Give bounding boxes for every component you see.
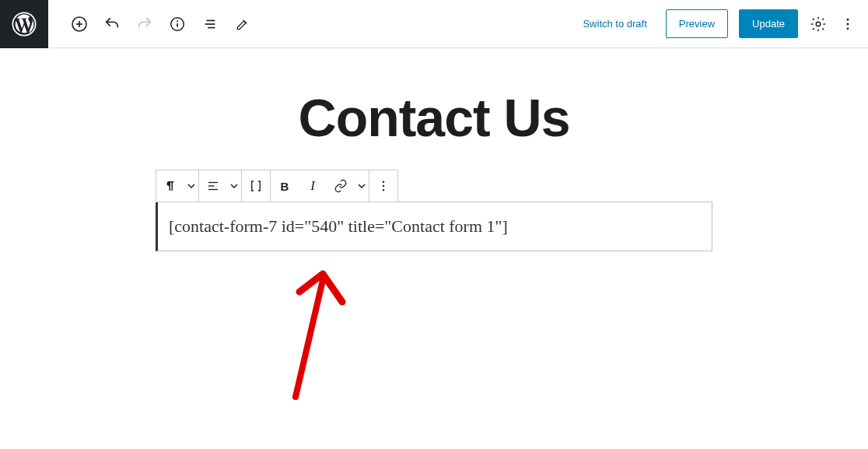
toolbar-right: Switch to draft Preview Update [575, 9, 868, 38]
editor-topbar: Switch to draft Preview Update [0, 0, 868, 48]
paragraph-icon [163, 179, 177, 193]
svg-point-12 [847, 18, 849, 20]
switch-to-draft-button[interactable]: Switch to draft [575, 12, 654, 36]
svg-point-19 [383, 185, 384, 187]
block-toolbar: B I [156, 170, 398, 202]
wordpress-icon [12, 12, 37, 37]
add-block-button[interactable] [70, 15, 89, 33]
shortcode-block[interactable]: [contact-form-7 id="540" title="Contact … [156, 202, 712, 251]
format-dropdown[interactable] [355, 170, 369, 202]
italic-button[interactable]: I [299, 170, 327, 202]
svg-line-10 [243, 20, 247, 23]
block-type-button[interactable] [156, 170, 184, 202]
block-options-button[interactable] [369, 170, 397, 202]
update-button[interactable]: Update [739, 9, 798, 38]
svg-point-11 [816, 22, 821, 26]
shortcode-button[interactable] [242, 170, 270, 202]
block-type-dropdown[interactable] [184, 170, 198, 202]
gear-icon [810, 16, 827, 33]
link-button[interactable] [327, 170, 355, 202]
svg-point-13 [847, 23, 849, 25]
outline-button[interactable] [201, 15, 219, 33]
settings-button[interactable] [809, 15, 828, 33]
svg-point-6 [177, 20, 178, 22]
plus-circle-icon [70, 15, 89, 33]
chevron-down-icon [358, 182, 366, 190]
details-button[interactable] [168, 15, 187, 33]
block-area: B I [contact-form-7 id="540" title="Cont… [156, 170, 712, 251]
brackets-icon [249, 179, 263, 193]
annotation-arrow [257, 265, 366, 405]
options-button[interactable] [838, 15, 857, 33]
list-icon [201, 16, 219, 33]
editor-canvas: Contact Us [0, 48, 868, 251]
svg-point-18 [383, 181, 384, 183]
undo-icon [103, 16, 121, 33]
more-vertical-icon [376, 179, 390, 193]
redo-icon [136, 16, 153, 33]
toolbar-left [48, 15, 252, 33]
chevron-down-icon [230, 182, 238, 190]
redo-button[interactable] [135, 15, 154, 33]
undo-button[interactable] [103, 15, 121, 33]
preview-button[interactable]: Preview [666, 9, 728, 38]
pencil-icon [235, 16, 250, 32]
chevron-down-icon [187, 182, 195, 190]
align-left-icon [206, 179, 220, 193]
align-button[interactable] [199, 170, 227, 202]
align-dropdown[interactable] [227, 170, 241, 202]
wordpress-logo[interactable] [0, 0, 48, 48]
edit-button[interactable] [233, 15, 252, 33]
page-title[interactable]: Contact Us [299, 87, 570, 148]
link-icon [334, 179, 348, 193]
svg-point-20 [383, 189, 384, 191]
svg-point-14 [847, 27, 849, 30]
info-icon [169, 16, 186, 33]
more-vertical-icon [840, 16, 856, 32]
bold-button[interactable]: B [271, 170, 299, 202]
